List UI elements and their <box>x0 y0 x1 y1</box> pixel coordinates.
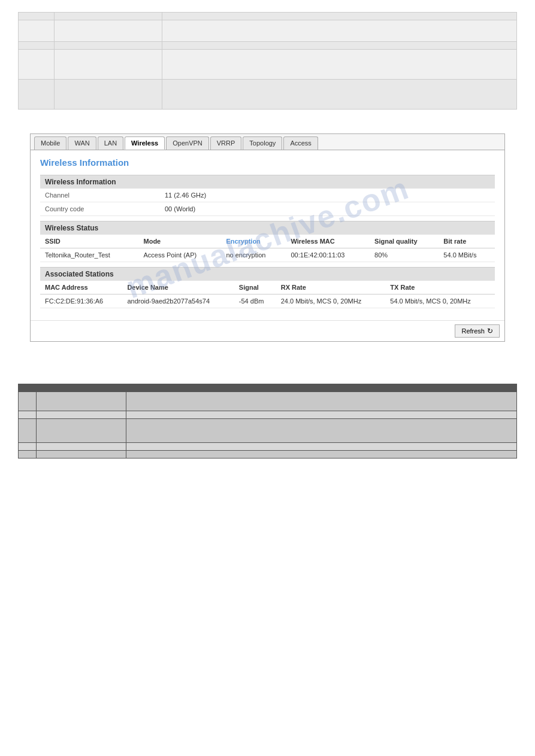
wireless-info-header: Wireless Information <box>40 175 495 189</box>
top-table <box>18 12 517 110</box>
table-cell <box>162 80 517 110</box>
bottom-cell <box>37 451 126 459</box>
associated-stations-header: Associated Stations <box>40 267 495 281</box>
signal-value: -54 dBm <box>234 294 276 308</box>
device-name-value: android-9aed2b2077a54s74 <box>122 294 234 308</box>
bottom-table-row <box>19 419 517 443</box>
col-wireless-mac: Wireless MAC <box>286 235 370 248</box>
table-cell <box>162 50 517 80</box>
refresh-button[interactable]: Refresh ↻ <box>455 324 500 338</box>
bottom-cell <box>19 419 37 443</box>
bottom-cell <box>37 411 126 419</box>
associated-stations-table: MAC Address Device Name Signal RX Rate T… <box>40 281 495 308</box>
bottom-cell <box>19 392 37 411</box>
bottom-cell <box>19 451 37 459</box>
tab-vrrp[interactable]: VRRP <box>210 136 242 150</box>
refresh-label: Refresh <box>461 327 485 335</box>
col-ssid: SSID <box>40 235 139 248</box>
col-mode: Mode <box>139 235 222 248</box>
panel-title: Wireless Information <box>40 157 495 168</box>
tab-access[interactable]: Access <box>283 136 318 150</box>
table-cell <box>55 13 162 20</box>
col-device-name: Device Name <box>122 281 234 294</box>
bottom-table-row <box>19 443 517 451</box>
spacer-2 <box>0 348 535 372</box>
wireless-info-table: Channel 11 (2.46 GHz) Country code 00 (W… <box>40 189 495 216</box>
assoc-table-row: FC:C2:DE:91:36:A6 android-9aed2b2077a54s… <box>40 294 495 308</box>
bottom-table-section <box>0 372 535 464</box>
tab-openvpn[interactable]: OpenVPN <box>166 136 209 150</box>
table-cell <box>19 13 55 20</box>
info-row-country: Country code 00 (World) <box>40 202 495 216</box>
status-table-row: Teltonika_Router_Test Access Point (AP) … <box>40 248 495 262</box>
table-cell <box>19 20 55 42</box>
ssid-value: Teltonika_Router_Test <box>40 248 139 262</box>
table-cell <box>19 80 55 110</box>
wireless-status-header: Wireless Status <box>40 221 495 235</box>
status-table-header-row: SSID Mode Encryption Wireless MAC Signal… <box>40 235 495 248</box>
signal-quality-value: 80% <box>370 248 439 262</box>
bottom-table-header-row <box>19 384 517 392</box>
col-bit-rate: Bit rate <box>439 235 495 248</box>
table-cell <box>162 20 517 42</box>
tab-mobile[interactable]: Mobile <box>34 136 67 150</box>
tab-topology[interactable]: Topology <box>243 136 282 150</box>
country-label: Country code <box>40 202 160 216</box>
wireless-mac-value: 00:1E:42:00:11:03 <box>286 248 370 262</box>
bottom-table-row <box>19 411 517 419</box>
table-row <box>19 13 517 20</box>
bottom-table <box>18 384 517 459</box>
router-panel: Mobile WAN LAN Wireless OpenVPN VRRP Top… <box>30 133 505 342</box>
col-signal: Signal <box>234 281 276 294</box>
bottom-cell <box>37 392 126 411</box>
tab-wan[interactable]: WAN <box>68 136 96 150</box>
info-row-channel: Channel 11 (2.46 GHz) <box>40 189 495 202</box>
col-signal-quality: Signal quality <box>370 235 439 248</box>
bottom-cell <box>126 451 517 459</box>
bottom-header-col3 <box>126 384 517 392</box>
bottom-cell <box>37 443 126 451</box>
country-value: 00 (World) <box>160 202 495 216</box>
table-cell <box>162 13 517 20</box>
tab-lan[interactable]: LAN <box>98 136 123 150</box>
col-rx-rate: RX Rate <box>276 281 386 294</box>
channel-value: 11 (2.46 GHz) <box>160 189 495 202</box>
router-panel-container: Mobile WAN LAN Wireless OpenVPN VRRP Top… <box>0 133 535 342</box>
top-table-section <box>0 0 535 116</box>
table-row <box>19 20 517 42</box>
table-cell <box>19 42 55 50</box>
bottom-table-row <box>19 451 517 459</box>
bottom-cell <box>126 443 517 451</box>
col-tx-rate: TX Rate <box>385 281 495 294</box>
refresh-icon: ↻ <box>487 327 493 335</box>
tx-rate-value: 54.0 Mbit/s, MCS 0, 20MHz <box>385 294 495 308</box>
table-cell <box>19 50 55 80</box>
assoc-table-header-row: MAC Address Device Name Signal RX Rate T… <box>40 281 495 294</box>
table-cell <box>55 42 162 50</box>
table-row <box>19 50 517 80</box>
mode-value: Access Point (AP) <box>139 248 222 262</box>
table-row <box>19 42 517 50</box>
mac-value: FC:C2:DE:91:36:A6 <box>40 294 122 308</box>
wireless-status-table: SSID Mode Encryption Wireless MAC Signal… <box>40 235 495 262</box>
table-row <box>19 80 517 110</box>
bottom-cell <box>126 419 517 443</box>
bottom-cell <box>126 392 517 411</box>
panel-content: Wireless Information Wireless Informatio… <box>31 150 504 320</box>
bottom-header-col1 <box>19 384 37 392</box>
bottom-table-row <box>19 392 517 411</box>
tab-wireless[interactable]: Wireless <box>125 136 165 150</box>
spacer <box>0 116 535 127</box>
table-cell <box>55 20 162 42</box>
col-mac: MAC Address <box>40 281 122 294</box>
encryption-value: no encryption <box>221 248 286 262</box>
channel-label: Channel <box>40 189 160 202</box>
bottom-cell <box>37 419 126 443</box>
refresh-bar: Refresh ↻ <box>31 320 504 341</box>
table-cell <box>55 50 162 80</box>
table-cell <box>55 80 162 110</box>
rx-rate-value: 24.0 Mbit/s, MCS 0, 20MHz <box>276 294 386 308</box>
bottom-cell <box>126 411 517 419</box>
bottom-cell <box>19 443 37 451</box>
bit-rate-value: 54.0 MBit/s <box>439 248 495 262</box>
